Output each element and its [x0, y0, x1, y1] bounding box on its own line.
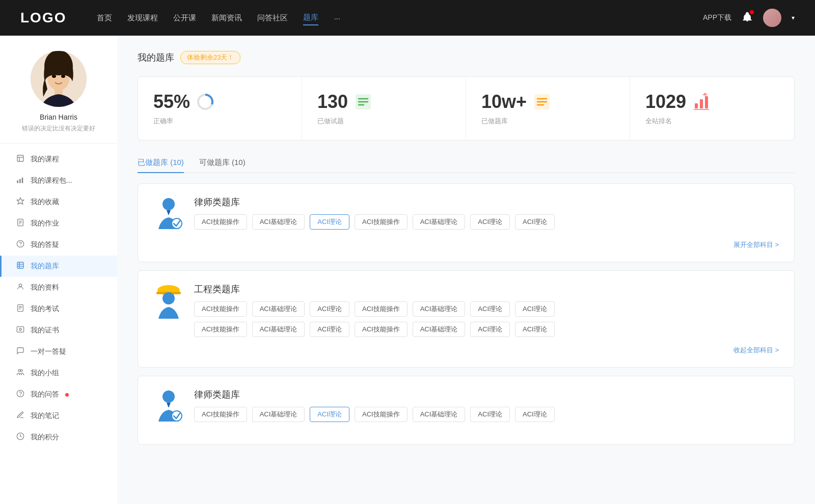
lawyer-icon-1: [153, 196, 184, 232]
tab-available[interactable]: 可做题库 (10): [199, 153, 246, 173]
nav-open-course[interactable]: 公开课: [173, 11, 196, 25]
packages-icon: [15, 176, 25, 186]
stat-ranking-icon: [692, 93, 711, 111]
tag-2-7[interactable]: ACI理论: [515, 301, 555, 317]
sidebar-menu: 我的课程 我的课程包... 我的收藏 我的作业: [0, 144, 117, 453]
stat-done-questions-value: 130: [317, 91, 348, 113]
tag-1-5[interactable]: ACI基础理论: [413, 214, 466, 230]
qbank-title-2: 工程类题库: [194, 283, 779, 295]
svg-rect-6: [17, 155, 23, 161]
sidebar: Brian Harris 错误的决定比没有决定要好 我的课程 我的课程包...: [0, 36, 117, 504]
nav-news[interactable]: 新闻资讯: [211, 11, 242, 25]
tag-1-3[interactable]: ACI理论: [310, 214, 349, 230]
tag-2-2[interactable]: ACI基础理论: [252, 301, 305, 317]
expand-btn-1[interactable]: 展开全部科目 >: [734, 241, 779, 248]
tag-2-4[interactable]: ACI技能操作: [355, 301, 408, 317]
tab-done[interactable]: 已做题库 (10): [138, 153, 184, 173]
qbank-title-1: 律师类题库: [194, 196, 779, 208]
courses-icon: [15, 154, 25, 164]
app-download-btn[interactable]: APP下载: [703, 13, 731, 22]
tag-2-3[interactable]: ACI理论: [310, 301, 349, 317]
sidebar-item-profile[interactable]: 我的资料: [0, 277, 117, 298]
tag-2-14[interactable]: ACI理论: [515, 322, 555, 337]
tag-2-9[interactable]: ACI基础理论: [252, 322, 305, 337]
tags-row-2b: ACI技能操作 ACI基础理论 ACI理论 ACI技能操作 ACI基础理论 AC…: [194, 322, 779, 337]
tag-3-7[interactable]: ACI理论: [515, 407, 555, 422]
notification-bell[interactable]: [742, 11, 753, 24]
sidebar-item-group[interactable]: 我的小组: [0, 362, 117, 384]
stat-accuracy: 55% 正确率: [138, 77, 302, 140]
tag-2-8[interactable]: ACI技能操作: [194, 322, 247, 337]
tag-3-2[interactable]: ACI基础理论: [252, 407, 305, 422]
tag-3-3[interactable]: ACI理论: [310, 407, 349, 422]
nav-more[interactable]: ···: [334, 12, 340, 24]
question-icon: [15, 240, 25, 250]
stat-accuracy-icon: [196, 93, 214, 111]
profile-icon: [15, 283, 25, 293]
tag-1-6[interactable]: ACI理论: [470, 214, 510, 230]
svg-point-23: [19, 284, 21, 287]
user-dropdown-arrow[interactable]: ▾: [792, 14, 795, 21]
profile-label: 我的资料: [31, 283, 59, 292]
sidebar-item-homework[interactable]: 我的作业: [0, 213, 117, 234]
tag-3-5[interactable]: ACI基础理论: [413, 407, 466, 422]
stat-accuracy-top: 55%: [153, 91, 286, 113]
notes-icon: [15, 411, 25, 421]
stat-done-questions-top: 130: [317, 91, 450, 113]
tag-2-1[interactable]: ACI技能操作: [194, 301, 247, 317]
profile-section: Brian Harris 错误的决定比没有决定要好: [0, 51, 117, 144]
tag-1-2[interactable]: ACI基础理论: [252, 214, 305, 230]
tag-2-13[interactable]: ACI理论: [470, 322, 510, 337]
nav-discover[interactable]: 发现课程: [127, 11, 158, 25]
nav-qa[interactable]: 问答社区: [257, 11, 288, 25]
svg-rect-9: [17, 180, 18, 183]
profile-name: Brian Harris: [10, 113, 107, 121]
myqa-label: 我的问答: [31, 390, 59, 399]
lawyer-avatar-icon-2: [153, 388, 184, 424]
tag-1-1[interactable]: ACI技能操作: [194, 214, 247, 230]
sidebar-item-points[interactable]: 我的积分: [0, 427, 117, 448]
sidebar-item-exam[interactable]: 我的考试: [0, 298, 117, 320]
sidebar-item-certificate[interactable]: 我的证书: [0, 320, 117, 341]
qbank-card-lawyer-2: 律师类题库 ACI技能操作 ACI基础理论 ACI理论 ACI技能操作 ACI基…: [138, 376, 795, 445]
user-avatar[interactable]: [763, 9, 781, 27]
sidebar-item-courses[interactable]: 我的课程: [0, 149, 117, 170]
sidebar-item-answers[interactable]: 我的答疑: [0, 234, 117, 256]
tag-1-4[interactable]: ACI技能操作: [355, 214, 408, 230]
qbank-icon: [15, 261, 25, 271]
lawyer-icon-2: [153, 388, 184, 424]
sidebar-item-packages[interactable]: 我的课程包...: [0, 170, 117, 191]
tag-2-11[interactable]: ACI技能操作: [355, 322, 408, 337]
qbank-card-header-2: 工程类题库 ACI技能操作 ACI基础理论 ACI理论 ACI技能操作 ACI基…: [153, 283, 779, 337]
tag-3-1[interactable]: ACI技能操作: [194, 407, 247, 422]
homework-icon: [15, 218, 25, 229]
qbank-title-3: 律师类题库: [194, 388, 779, 401]
pie-chart-icon: [196, 93, 214, 111]
tag-2-6[interactable]: ACI理论: [470, 301, 510, 317]
sidebar-item-favorites[interactable]: 我的收藏: [0, 191, 117, 213]
svg-point-38: [201, 98, 209, 106]
sidebar-item-notes[interactable]: 我的笔记: [0, 405, 117, 427]
tag-1-7[interactable]: ACI理论: [515, 214, 555, 230]
tag-3-4[interactable]: ACI技能操作: [355, 407, 408, 422]
svg-point-56: [162, 292, 175, 304]
svg-point-4: [52, 75, 56, 78]
main-layout: Brian Harris 错误的决定比没有决定要好 我的课程 我的课程包...: [0, 36, 815, 504]
tag-3-6[interactable]: ACI理论: [470, 407, 510, 422]
tag-2-12[interactable]: ACI基础理论: [413, 322, 466, 337]
svg-rect-49: [705, 96, 708, 108]
nav-qbank[interactable]: 题库: [303, 11, 318, 25]
stat-accuracy-label: 正确率: [153, 117, 286, 126]
collapse-btn-2[interactable]: 收起全部科目 >: [734, 346, 779, 354]
packages-label: 我的课程包...: [31, 176, 72, 185]
tags-row-2a: ACI技能操作 ACI基础理论 ACI理论 ACI技能操作 ACI基础理论 AC…: [194, 301, 779, 317]
tag-2-5[interactable]: ACI基础理论: [413, 301, 466, 317]
sidebar-item-myqa[interactable]: 我的问答: [0, 384, 117, 405]
sidebar-item-1on1[interactable]: 一对一答疑: [0, 341, 117, 362]
myqa-notification-dot: [65, 393, 69, 397]
tag-2-10[interactable]: ACI理论: [310, 322, 349, 337]
exam-label: 我的考试: [31, 304, 59, 314]
certificate-label: 我的证书: [31, 326, 59, 335]
nav-home[interactable]: 首页: [97, 11, 112, 25]
sidebar-item-qbank[interactable]: 我的题库: [0, 256, 117, 277]
